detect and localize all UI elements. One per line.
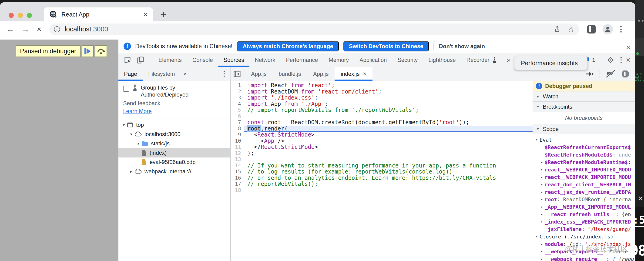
chevron-right-icon[interactable]: ▸ (539, 160, 545, 164)
scope-row-9[interactable]: ▸_App__WEBPACK_IMPORTED_MODUL (532, 203, 635, 210)
editor-tab-close-icon[interactable]: × (363, 70, 366, 78)
line-number[interactable]: 11 (230, 144, 244, 150)
always-match-chrome-s-language-button[interactable]: Always match Chrome's language (237, 41, 339, 52)
chevron-right-icon[interactable]: ▸ (136, 141, 142, 146)
chevron-right-icon[interactable]: ▸ (539, 190, 545, 194)
editor-tab-app-js-2[interactable]: App.js (307, 67, 335, 81)
back-button[interactable]: ← (6, 24, 15, 34)
chevron-right-icon[interactable]: ▸ (539, 242, 545, 246)
chevron-right-icon[interactable]: ▸ (539, 182, 545, 186)
chevron-right-icon[interactable]: ▸ (539, 197, 545, 202)
devtools-close-icon[interactable]: × (626, 55, 630, 64)
line-number[interactable]: 17 (230, 181, 244, 187)
scope-row-2[interactable]: $ReactRefreshModuleId$: unde (532, 151, 635, 158)
chevron-right-icon[interactable]: ▸ (539, 220, 545, 224)
step-over-button[interactable] (95, 45, 107, 57)
minimize-window-button[interactable] (18, 13, 23, 18)
section-watch[interactable]: ▸ Watch (532, 92, 635, 102)
infobar-close-icon[interactable]: × (626, 43, 630, 52)
scope-row-13[interactable]: ▾Closure (./src/index.js) (532, 233, 635, 240)
scope-row-5[interactable]: ▸react__WEBPACK_IMPORTED_MODU (532, 173, 635, 181)
browser-tab[interactable]: React App × (44, 8, 153, 22)
devtools-tab-recorder[interactable]: Recorder (461, 53, 502, 67)
devtools-menu-icon[interactable] (620, 57, 622, 63)
chevron-down-icon[interactable]: ▾ (534, 234, 540, 239)
line-number[interactable]: 15 (230, 169, 244, 175)
scope-row-3[interactable]: ▸$ReactRefreshModuleRuntime$: (532, 158, 635, 166)
line-number[interactable]: 7 (230, 119, 244, 126)
scope-row-11[interactable]: ▸_index_css__WEBPACK_IMPORTED (532, 218, 635, 226)
tab-filesystem[interactable]: Filesystem (142, 67, 180, 81)
chevron-right-icon[interactable]: ▸ (539, 212, 545, 216)
line-number[interactable]: 9 (230, 132, 244, 138)
side-panel-icon[interactable] (587, 25, 596, 34)
tree-item-localhost-3000[interactable]: ▾localhost:3000 (118, 130, 230, 139)
line-number[interactable]: 13 (230, 156, 244, 162)
devtools-tab-performance[interactable]: Performance (280, 53, 323, 67)
new-tab-button[interactable]: + (160, 8, 166, 20)
chevron-down-icon[interactable]: ▾ (534, 138, 540, 142)
tree-item-top[interactable]: ▾top (118, 120, 230, 130)
devtools-tab-network[interactable]: Network (250, 53, 280, 67)
step-icon[interactable] (585, 71, 594, 77)
line-number[interactable]: 1 (230, 82, 244, 89)
deactivate-breakpoints-icon[interactable] (606, 70, 615, 78)
devtools-tab-lighthouse[interactable]: Lighthouse (423, 53, 461, 67)
devtools-tab-memory[interactable]: Memory (324, 53, 354, 67)
pause-on-exceptions-icon[interactable] (621, 70, 629, 78)
line-number[interactable]: 8 (230, 126, 244, 132)
more-tabs-icon[interactable]: » (502, 56, 515, 64)
line-number[interactable]: 18 (230, 187, 244, 194)
scope-row-1[interactable]: $ReactRefreshCurrentExports$ (532, 144, 635, 151)
line-number[interactable]: 2 (230, 89, 244, 95)
browser-menu-icon[interactable] (620, 26, 622, 32)
line-number[interactable]: 12 (230, 150, 244, 156)
chevron-down-icon[interactable]: ▾ (128, 132, 134, 137)
learn-more-link[interactable]: Learn More (123, 108, 230, 114)
line-number[interactable]: 6 (230, 113, 244, 120)
performance-insights-tooltip[interactable]: Performance insights (514, 56, 588, 70)
settings-gear-icon[interactable]: ⚙ (607, 55, 614, 65)
panel-more-tabs-icon[interactable]: » (180, 70, 190, 78)
line-number[interactable]: 4 (230, 101, 244, 107)
chevron-right-icon[interactable]: ▸ (539, 249, 545, 254)
inspect-element-icon[interactable] (124, 56, 132, 64)
tree-item-webpack-internal[interactable]: ▸webpack-internal:// (118, 167, 230, 176)
don-t-show-again-button[interactable]: Don't show again (434, 41, 490, 52)
resume-script-button[interactable] (82, 45, 94, 57)
line-number[interactable]: 10 (230, 138, 244, 144)
tree-item-eval-95f06aa0-cdp[interactable]: eval-95f06aa0.cdp (118, 158, 230, 167)
bookmark-star-icon[interactable]: ☆ (568, 25, 574, 34)
profile-avatar[interactable] (602, 24, 613, 34)
scope-row-0[interactable]: ▾Eval (532, 136, 635, 144)
line-number[interactable]: 14 (230, 162, 244, 169)
scope-row-6[interactable]: ▸react_dom_client__WEBPACK_IM (532, 181, 635, 188)
tree-item-index[interactable]: (index) (118, 148, 230, 158)
line-number[interactable]: 5 (230, 107, 244, 113)
section-breakpoints[interactable]: ▾ Breakpoints (532, 102, 635, 112)
editor-tab-index-js-3[interactable]: index.js× (334, 67, 372, 81)
forward-button[interactable]: → (21, 24, 30, 34)
scope-row-12[interactable]: _jsxFileName: "/Users/guang/ (532, 226, 635, 233)
tree-item-static-js[interactable]: ▸static/js (118, 139, 230, 148)
switch-devtools-to-chinese-button[interactable]: Switch DevTools to Chinese (344, 41, 429, 52)
panel-menu-icon[interactable] (224, 71, 225, 77)
chevron-right-icon[interactable]: ▸ (128, 169, 134, 174)
line-number[interactable]: 16 (230, 175, 244, 181)
devtools-tab-security[interactable]: Security (392, 53, 423, 67)
chevron-right-icon[interactable]: ▸ (539, 175, 545, 179)
site-info-icon[interactable]: i (54, 26, 60, 32)
devtools-tab-sources[interactable]: Sources (218, 53, 250, 67)
group-files-checkbox[interactable] (123, 86, 129, 92)
share-icon[interactable] (554, 26, 561, 33)
devtools-tab-elements[interactable]: Elements (153, 53, 187, 67)
tab-page[interactable]: Page (118, 67, 142, 81)
chevron-right-icon[interactable]: ▸ (539, 168, 545, 172)
editor-tab-app-js-0[interactable]: App.js (245, 67, 273, 81)
close-window-button[interactable] (8, 13, 14, 18)
scope-row-4[interactable]: ▸react__WEBPACK_IMPORTED_MODU (532, 166, 635, 173)
scope-row-7[interactable]: ▸react_jsx_dev_runtime__WEBPA (532, 188, 635, 196)
chevron-right-icon[interactable]: ▸ (539, 257, 545, 261)
scope-row-10[interactable]: ▸__react_refresh_utils__: {en (532, 210, 635, 218)
line-number[interactable]: 3 (230, 95, 244, 101)
